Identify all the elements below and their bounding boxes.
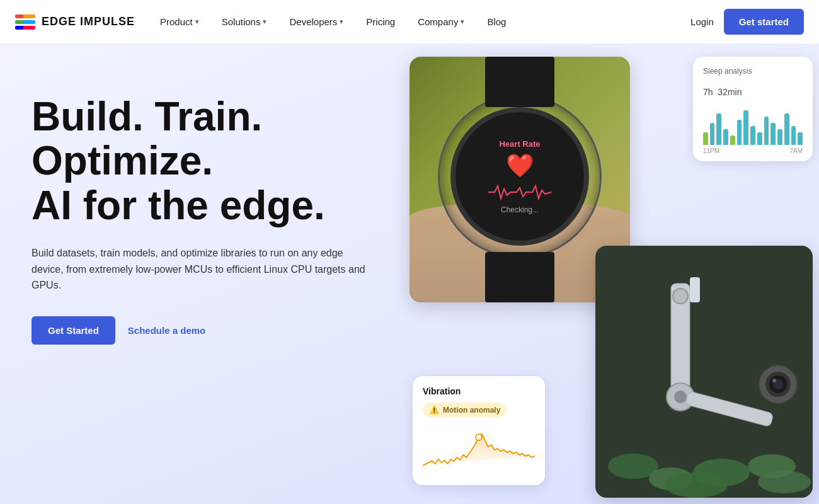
- hero-section: Build. Train.Optimize.AI for the edge. B…: [0, 44, 819, 504]
- nav-blog[interactable]: Blog: [487, 16, 506, 27]
- svg-point-10: [674, 391, 687, 403]
- watch-face: Heart Rate ❤️ Checking...: [450, 107, 589, 246]
- vibration-svg: [423, 425, 535, 475]
- warning-icon: ⚠️: [429, 405, 439, 415]
- nav-developers[interactable]: Developers ▾: [289, 16, 343, 27]
- hero-subtext: Build datasets, train models, and optimi…: [32, 245, 372, 294]
- svg-point-16: [772, 379, 776, 382]
- nav-solutions[interactable]: Solutions ▾: [222, 16, 267, 27]
- login-button[interactable]: Login: [690, 16, 714, 27]
- sleep-bars: [703, 107, 803, 145]
- nav-actions: Login Get started: [690, 9, 804, 35]
- sleep-time-range: 11PM 7AM: [703, 147, 803, 154]
- hero-left: Build. Train.Optimize.AI for the edge. B…: [0, 44, 410, 504]
- vibration-title: Vibration: [423, 386, 535, 396]
- logo[interactable]: EDGE IMPULSE: [15, 14, 135, 30]
- hero-buttons: Get Started Schedule a demo: [32, 316, 384, 345]
- hero-headline: Build. Train.Optimize.AI for the edge.: [32, 94, 384, 227]
- motion-anomaly-badge: ⚠️ Motion anomaly: [423, 403, 507, 417]
- nav-product[interactable]: Product ▾: [160, 16, 199, 27]
- nav-pricing[interactable]: Pricing: [366, 16, 395, 27]
- hero-cta-primary[interactable]: Get Started: [32, 316, 115, 345]
- sleep-duration: 7h 32min: [703, 79, 803, 100]
- hero-right: Heart Rate ❤️ Checking... Sleep analysis…: [410, 44, 819, 504]
- sleep-card: Sleep analysis 7h 32min: [693, 57, 813, 161]
- robot-arm-illustration: [595, 246, 813, 498]
- heart-icon: ❤️: [506, 152, 534, 179]
- svg-point-6: [665, 472, 728, 498]
- hero-cta-secondary[interactable]: Schedule a demo: [128, 325, 205, 336]
- robot-background: [595, 246, 813, 498]
- vibration-card: Vibration ⚠️ Motion anomaly: [413, 376, 545, 485]
- nav-company[interactable]: Company ▾: [418, 16, 464, 27]
- checking-label: Checking...: [501, 205, 539, 214]
- logo-text: EDGE IMPULSE: [42, 15, 135, 28]
- heart-rate-label: Heart Rate: [499, 139, 540, 149]
- chevron-down-icon: ▾: [263, 18, 266, 26]
- sleep-card-title: Sleep analysis: [703, 67, 803, 76]
- get-started-button[interactable]: Get started: [724, 9, 804, 35]
- vibration-chart: [423, 425, 535, 475]
- chevron-down-icon: ▾: [340, 18, 343, 26]
- chevron-down-icon: ▾: [461, 18, 464, 26]
- sleep-chart: 11PM 7AM: [703, 107, 803, 151]
- logo-icon: [15, 14, 35, 30]
- navbar: EDGE IMPULSE Product ▾ Solutions ▾ Devel…: [0, 0, 819, 44]
- chevron-down-icon: ▾: [195, 18, 199, 26]
- robot-card: [595, 246, 813, 498]
- svg-point-7: [758, 471, 811, 493]
- svg-rect-17: [690, 277, 700, 302]
- svg-point-0: [476, 434, 482, 440]
- heart-rate-wave: [488, 183, 551, 202]
- nav-links: Product ▾ Solutions ▾ Developers ▾ Prici…: [160, 16, 690, 27]
- svg-point-18: [673, 289, 688, 304]
